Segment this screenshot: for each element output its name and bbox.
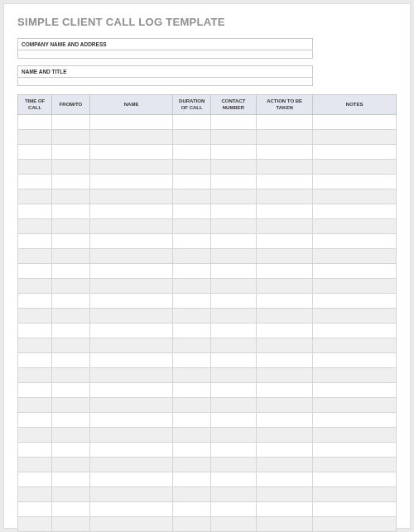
cell-duration[interactable]: [173, 115, 211, 130]
cell-notes[interactable]: [313, 517, 397, 532]
cell-action[interactable]: [256, 324, 313, 338]
cell-name[interactable]: [89, 443, 173, 458]
cell-notes[interactable]: [313, 428, 397, 443]
cell-contact[interactable]: [211, 130, 257, 145]
cell-contact[interactable]: [211, 234, 257, 249]
cell-fromto[interactable]: [52, 249, 90, 264]
cell-action[interactable]: [256, 428, 313, 443]
cell-fromto[interactable]: [52, 443, 90, 458]
cell-name[interactable]: [89, 130, 173, 145]
cell-contact[interactable]: [211, 517, 257, 532]
cell-duration[interactable]: [173, 249, 211, 264]
cell-fromto[interactable]: [52, 234, 90, 249]
cell-action[interactable]: [256, 383, 313, 398]
cell-notes[interactable]: [313, 324, 397, 338]
cell-duration[interactable]: [173, 189, 211, 204]
cell-name[interactable]: [89, 175, 173, 189]
cell-notes[interactable]: [313, 234, 397, 249]
cell-contact[interactable]: [211, 175, 257, 189]
cell-time[interactable]: [18, 443, 52, 458]
cell-action[interactable]: [256, 398, 313, 413]
cell-action[interactable]: [256, 219, 313, 234]
cell-time[interactable]: [18, 428, 52, 443]
cell-name[interactable]: [89, 368, 173, 383]
cell-name[interactable]: [89, 189, 173, 204]
cell-notes[interactable]: [313, 309, 397, 324]
cell-name[interactable]: [89, 249, 173, 264]
cell-action[interactable]: [256, 443, 313, 458]
cell-contact[interactable]: [211, 160, 257, 175]
cell-time[interactable]: [18, 130, 52, 145]
cell-duration[interactable]: [173, 413, 211, 428]
cell-duration[interactable]: [173, 145, 211, 160]
cell-name[interactable]: [89, 145, 173, 160]
cell-contact[interactable]: [211, 204, 257, 219]
cell-action[interactable]: [256, 353, 313, 368]
cell-time[interactable]: [18, 264, 52, 279]
cell-name[interactable]: [89, 472, 173, 487]
cell-name[interactable]: [89, 204, 173, 219]
cell-fromto[interactable]: [52, 175, 90, 189]
cell-action[interactable]: [256, 175, 313, 189]
cell-duration[interactable]: [173, 487, 211, 502]
cell-time[interactable]: [18, 413, 52, 428]
cell-time[interactable]: [18, 309, 52, 324]
cell-fromto[interactable]: [52, 458, 90, 472]
cell-contact[interactable]: [211, 294, 257, 309]
cell-time[interactable]: [18, 175, 52, 189]
cell-name[interactable]: [89, 487, 173, 502]
cell-action[interactable]: [256, 487, 313, 502]
cell-contact[interactable]: [211, 487, 257, 502]
cell-notes[interactable]: [313, 368, 397, 383]
cell-notes[interactable]: [313, 383, 397, 398]
cell-contact[interactable]: [211, 115, 257, 130]
cell-action[interactable]: [256, 249, 313, 264]
cell-time[interactable]: [18, 353, 52, 368]
cell-name[interactable]: [89, 353, 173, 368]
cell-name[interactable]: [89, 234, 173, 249]
cell-name[interactable]: [89, 428, 173, 443]
cell-notes[interactable]: [313, 443, 397, 458]
cell-name[interactable]: [89, 458, 173, 472]
cell-action[interactable]: [256, 413, 313, 428]
cell-time[interactable]: [18, 458, 52, 472]
cell-notes[interactable]: [313, 249, 397, 264]
cell-duration[interactable]: [173, 502, 211, 517]
cell-action[interactable]: [256, 145, 313, 160]
cell-fromto[interactable]: [52, 502, 90, 517]
cell-duration[interactable]: [173, 234, 211, 249]
cell-name[interactable]: [89, 324, 173, 338]
cell-time[interactable]: [18, 160, 52, 175]
cell-duration[interactable]: [173, 204, 211, 219]
cell-duration[interactable]: [173, 160, 211, 175]
cell-duration[interactable]: [173, 338, 211, 353]
cell-duration[interactable]: [173, 130, 211, 145]
cell-duration[interactable]: [173, 264, 211, 279]
cell-duration[interactable]: [173, 219, 211, 234]
cell-contact[interactable]: [211, 324, 257, 338]
cell-fromto[interactable]: [52, 338, 90, 353]
cell-fromto[interactable]: [52, 279, 90, 294]
cell-fromto[interactable]: [52, 219, 90, 234]
cell-fromto[interactable]: [52, 130, 90, 145]
cell-notes[interactable]: [313, 472, 397, 487]
cell-time[interactable]: [18, 145, 52, 160]
cell-fromto[interactable]: [52, 353, 90, 368]
cell-action[interactable]: [256, 234, 313, 249]
cell-notes[interactable]: [313, 115, 397, 130]
cell-notes[interactable]: [313, 189, 397, 204]
cell-duration[interactable]: [173, 324, 211, 338]
cell-fromto[interactable]: [52, 413, 90, 428]
cell-notes[interactable]: [313, 175, 397, 189]
cell-time[interactable]: [18, 219, 52, 234]
cell-action[interactable]: [256, 472, 313, 487]
cell-duration[interactable]: [173, 294, 211, 309]
cell-duration[interactable]: [173, 398, 211, 413]
cell-notes[interactable]: [313, 219, 397, 234]
cell-contact[interactable]: [211, 219, 257, 234]
cell-contact[interactable]: [211, 309, 257, 324]
cell-contact[interactable]: [211, 458, 257, 472]
cell-action[interactable]: [256, 279, 313, 294]
cell-fromto[interactable]: [52, 160, 90, 175]
cell-time[interactable]: [18, 294, 52, 309]
